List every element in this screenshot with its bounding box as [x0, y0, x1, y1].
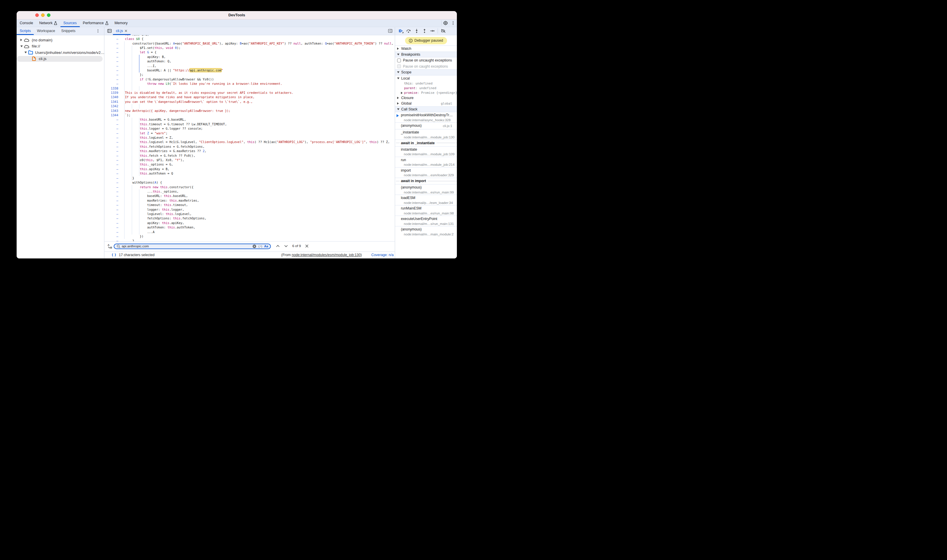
collapsed-arrow-icon[interactable] — [397, 102, 399, 105]
match-case-toggle-icon[interactable]: Aa — [264, 245, 268, 248]
deactivate-breakpoints-button[interactable] — [440, 28, 447, 34]
source-link[interactable]: node:internal/modules/esm/module_job:130 — [292, 253, 360, 257]
code-line[interactable]: – $F1.set(this, void 0); — [104, 46, 395, 50]
code-line[interactable]: – authToken: this.authToken, — [104, 225, 395, 229]
checkbox-pause-on-caught-exceptions[interactable]: Pause on caught exceptions — [395, 63, 457, 70]
call-stack-frame[interactable]: (anonymous)cli.js:1 — [395, 123, 457, 129]
code-line[interactable]: – ...I, — [104, 64, 395, 68]
code-line[interactable]: – this.authToken = Q — [104, 171, 395, 176]
collapsed-arrow-icon[interactable] — [397, 97, 399, 99]
tree-item-file-[interactable]: file:// — [17, 43, 104, 49]
code-line[interactable]: – baseURL: this.baseURL, — [104, 194, 395, 198]
code-line[interactable]: – }; — [104, 72, 395, 77]
settings-button[interactable] — [442, 20, 449, 26]
code-line[interactable]: – let Z = "warn"; — [104, 131, 395, 135]
step-over-button[interactable] — [405, 28, 413, 34]
section-call-stack[interactable]: Call Stack — [395, 106, 457, 112]
code-line[interactable]: – apiKey: B, — [104, 55, 395, 59]
call-stack-frame[interactable]: instantiatenode:internal/m…module_job:10… — [395, 146, 457, 157]
expanded-arrow-icon[interactable] — [397, 71, 399, 73]
expanded-arrow-icon[interactable] — [20, 45, 23, 47]
code-line[interactable]: – let G = { — [104, 50, 395, 54]
collapsed-arrow-icon[interactable] — [397, 48, 399, 50]
resume-script-button[interactable] — [397, 28, 405, 34]
code-line[interactable]: – authToken: Q, — [104, 59, 395, 63]
code-line[interactable]: – return new this.constructor({ — [104, 185, 395, 189]
code-line[interactable]: – timeout: this.timeout, — [104, 203, 395, 207]
code-line[interactable]: – this.fetch = G.fetch ?? Fs0(), — [104, 154, 395, 158]
call-stack-frame[interactable]: runMainESMnode:internal/m…es/run_main:98 — [395, 205, 457, 216]
scope-row-parent[interactable]: parent: undefined — [395, 86, 457, 91]
section-breakpoints[interactable]: Breakpoints — [395, 52, 457, 58]
code-line[interactable]: 1340If you understand the risks and have… — [104, 95, 395, 99]
coverage-link[interactable]: Coverage: n/a — [371, 253, 393, 257]
tree-item-users-jinhuilee-nvm-versions-node-v2-[interactable]: Users/jinhuilee/.nvm/versions/node/v2… — [17, 49, 104, 56]
expanded-arrow-icon[interactable] — [397, 54, 399, 55]
code-line[interactable]: – baseURL: A || "https://api.anthropic.c… — [104, 68, 395, 72]
search-next-button[interactable] — [283, 243, 289, 249]
code-line[interactable]: 1339This is disabled by default, as it r… — [104, 91, 395, 95]
hide-navigator-button[interactable] — [107, 29, 112, 33]
editor-tab-cli-js[interactable]: cli.js — [113, 27, 131, 35]
code-line[interactable]: – if (!G.dangerouslyAllowBrowser && Ys0(… — [104, 77, 395, 82]
call-stack-frame[interactable]: executeUserEntryPointnode:internal/m…s/r… — [395, 216, 457, 226]
search-input[interactable]: api.anthropic.com (.*) Aa — [114, 243, 271, 249]
code-line[interactable]: 1341you can set the \`dangerouslyAllowBr… — [104, 100, 395, 104]
call-stack-frame[interactable]: loadESMnode:internal/p…/esm_loader:34 — [395, 195, 457, 205]
pretty-print-icon[interactable]: { } — [112, 253, 116, 256]
code-line[interactable]: – this.baseURL = G.baseURL, — [104, 117, 395, 122]
expanded-arrow-icon[interactable] — [397, 108, 399, 110]
search-previous-button[interactable] — [275, 243, 281, 249]
section-watch[interactable]: Watch — [395, 45, 457, 52]
code-line[interactable]: – maxRetries: this.maxRetries, — [104, 198, 395, 203]
code-line[interactable]: – this.timeout = G.timeout ?? Lw.DEFAULT… — [104, 122, 395, 126]
code-line[interactable]: – logLevel: this.logLevel, — [104, 212, 395, 216]
tab-network[interactable]: Network — [36, 20, 60, 27]
regex-toggle-icon[interactable]: (.*) — [258, 245, 262, 248]
step-button[interactable] — [428, 28, 436, 34]
code-line[interactable]: – this.apiKey = B, — [104, 167, 395, 171]
code-line[interactable]: – } — [104, 238, 395, 241]
call-stack-frame[interactable]: (anonymous)node:internal/m…main_module:2 — [395, 226, 457, 237]
tree-item--no-domain-[interactable]: (no domain) — [17, 37, 104, 43]
code-line[interactable]: – constructor({baseURL: A=ao("ANTHROPIC_… — [104, 42, 395, 46]
code-line[interactable]: – logger: this.logger, — [104, 208, 395, 212]
code-line[interactable]: 1344`); — [104, 113, 395, 117]
code-line[interactable]: – this.logger = G.logger ?? console; — [104, 126, 395, 131]
call-stack-frame[interactable]: _instantiatenode:internal/m…module_job:1… — [395, 129, 457, 140]
step-into-button[interactable] — [413, 28, 420, 34]
tab-performance[interactable]: Performance — [80, 20, 112, 27]
navigator-tab-scripts[interactable]: Scripts — [17, 27, 34, 35]
code-line[interactable]: 1342 — [104, 104, 395, 108]
code-line[interactable]: – throw new L9(`It looks like you're run… — [104, 82, 395, 86]
more-options-button[interactable] — [449, 20, 457, 26]
call-stack-frame[interactable]: importnode:internal/m…esm/loader:329 — [395, 168, 457, 178]
code-line[interactable]: – this.logLevel = Hc1(G.logLevel, "Clien… — [104, 140, 395, 144]
code-line[interactable]: – o9(this, $F1, Xs0, "f"), — [104, 158, 395, 162]
call-stack-frame[interactable]: promiseInitHookWithDestroyTr…node:intern… — [395, 112, 457, 123]
checkbox-pause-on-uncaught-exceptions[interactable]: Pause on uncaught exceptions — [395, 57, 457, 63]
code-line[interactable]: – this._options = G, — [104, 162, 395, 167]
section-scope[interactable]: Scope — [395, 69, 457, 75]
code-line[interactable]: – this.maxRetries = G.maxRetries ?? 2, — [104, 149, 395, 153]
code-line[interactable]: – this.logLevel = Z, — [104, 135, 395, 140]
collapsed-arrow-icon[interactable] — [20, 39, 22, 41]
scope-row-closure[interactable]: Closure — [395, 95, 457, 101]
collapsed-arrow-icon[interactable] — [401, 92, 403, 94]
clear-icon[interactable] — [253, 245, 256, 248]
close-icon[interactable] — [125, 29, 127, 32]
code-line[interactable]: – this.fetchOptions = G.fetchOptions, — [104, 145, 395, 149]
hide-debugger-sidebar-button[interactable] — [388, 27, 392, 35]
tab-memory[interactable]: Memory — [111, 20, 131, 27]
tab-sources[interactable]: Sources — [60, 20, 80, 27]
tab-console[interactable]: Console — [17, 20, 36, 27]
code-line[interactable]: –class $8 { — [104, 37, 395, 41]
code-line[interactable]: – fetchOptions: this.fetchOptions, — [104, 216, 395, 220]
scope-row-local[interactable]: Local — [395, 75, 457, 81]
scope-row-this[interactable]: this: undefined — [395, 81, 457, 86]
checkbox[interactable] — [397, 58, 401, 62]
expanded-arrow-icon[interactable] — [25, 52, 27, 53]
step-out-button[interactable] — [420, 28, 428, 34]
scope-row-global[interactable]: Globalglobal — [395, 101, 457, 106]
code-line[interactable]: – } — [104, 176, 395, 180]
